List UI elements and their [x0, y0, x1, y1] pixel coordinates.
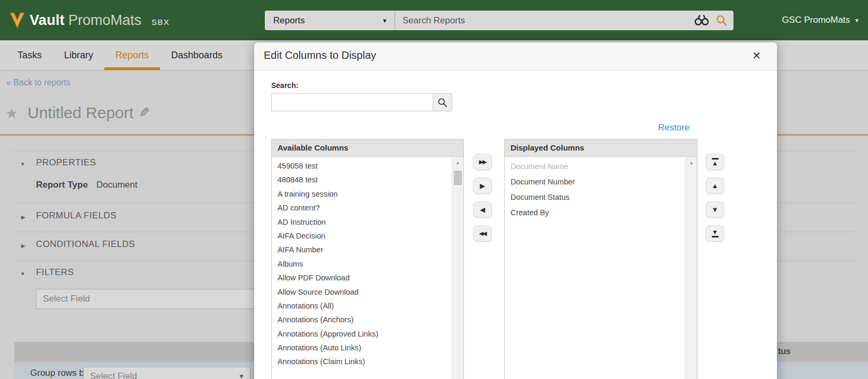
column-search-input[interactable] — [271, 93, 433, 111]
displayed-columns-items: Document Name Document Number Document S… — [505, 157, 685, 379]
move-right-button[interactable]: ▶ — [473, 178, 492, 194]
app-window: Vault PromoMats SBX Reports ▼ Search Rep… — [0, 0, 868, 379]
displayed-columns-list: Displayed Columns Document Name Document… — [504, 139, 697, 379]
available-columns-header: Available Columns — [272, 139, 463, 157]
search-icon[interactable] — [716, 15, 727, 26]
search-scope-value: Reports — [273, 15, 305, 26]
brand-name: Vault — [30, 12, 65, 29]
chevron-down-icon: ▼ — [382, 17, 388, 24]
list-item[interactable]: Document Status — [505, 190, 685, 205]
move-all-right-button[interactable]: ▶▶ — [473, 154, 492, 170]
close-icon[interactable]: ✕ — [749, 49, 764, 63]
move-up-button[interactable]: ▲ — [705, 178, 724, 194]
search-placeholder: Search Reports — [402, 15, 694, 26]
list-item[interactable]: Allow PDF Download — [272, 271, 452, 285]
list-item[interactable]: Annotations (Anchors) — [272, 313, 452, 327]
environment-label: SBX — [151, 17, 170, 27]
column-search-label: Search: — [271, 81, 298, 90]
dialog-title: Edit Columns to Display — [264, 49, 376, 61]
brand-logo: Vault PromoMats SBX — [10, 0, 170, 40]
list-item[interactable]: Annotations (All) — [272, 299, 452, 313]
edit-columns-dialog: Edit Columns to Display ✕ Search: Restor… — [254, 42, 777, 379]
move-left-button[interactable]: ◀ — [473, 201, 492, 218]
available-columns-items: 459058 test 480848 test A training sessi… — [272, 157, 452, 379]
move-down-button[interactable]: ▼ — [705, 201, 724, 218]
list-item[interactable]: 480848 test — [272, 173, 452, 187]
column-search-button[interactable] — [433, 93, 452, 111]
move-to-top-button[interactable]: ▲ — [705, 154, 724, 170]
global-search-bar: Reports ▼ Search Reports — [265, 11, 733, 30]
account-menu[interactable]: GSC PromoMats ▼ — [782, 0, 860, 40]
list-item[interactable]: Document Number — [505, 174, 685, 190]
dialog-header: Edit Columns to Display ✕ — [254, 42, 777, 70]
list-item[interactable]: AD content? — [272, 201, 452, 215]
list-item[interactable]: Albums — [272, 257, 452, 271]
chevron-down-icon: ▼ — [854, 17, 860, 23]
vault-logo-icon — [10, 12, 25, 29]
displayed-columns-header: Displayed Columns — [505, 139, 697, 157]
brand-product: PromoMats — [68, 12, 141, 29]
list-item[interactable]: Created By — [505, 205, 685, 221]
displayed-scrollbar[interactable]: ▲ — [685, 157, 697, 379]
account-label: GSC PromoMats — [782, 15, 850, 25]
search-input-area[interactable]: Search Reports — [395, 11, 733, 30]
scroll-up-icon[interactable]: ▲ — [686, 160, 697, 165]
move-all-left-button[interactable]: ◀◀ — [473, 225, 492, 242]
binoculars-icon[interactable] — [694, 15, 710, 26]
list-item[interactable]: Allow Source Download — [272, 285, 452, 299]
list-item[interactable]: Annotations (Approved Links) — [272, 327, 452, 341]
list-item[interactable]: AIFA Number — [272, 243, 452, 257]
list-item[interactable]: Annotations (Claim Links) — [272, 355, 452, 368]
search-scope-dropdown[interactable]: Reports ▼ — [265, 11, 395, 30]
list-item[interactable]: 459058 test — [272, 159, 452, 173]
list-item[interactable]: Annotations (Auto Links) — [272, 341, 452, 355]
move-to-bottom-button[interactable]: ▼ — [705, 225, 724, 242]
scroll-up-icon[interactable]: ▲ — [452, 160, 463, 165]
list-item[interactable]: A training session — [272, 187, 452, 201]
list-item[interactable]: AIFA Decision — [272, 229, 452, 243]
available-scrollbar[interactable]: ▲ — [452, 157, 463, 379]
list-item[interactable]: AD Instruction — [272, 215, 452, 229]
restore-link[interactable]: Restore — [655, 122, 693, 134]
available-columns-list: Available Columns 459058 test 480848 tes… — [271, 139, 464, 379]
scrollbar-thumb[interactable] — [454, 171, 462, 185]
top-navigation-bar: Vault PromoMats SBX Reports ▼ Search Rep… — [0, 0, 868, 40]
search-icon — [437, 98, 448, 108]
list-item-locked: Document Name — [505, 159, 685, 174]
